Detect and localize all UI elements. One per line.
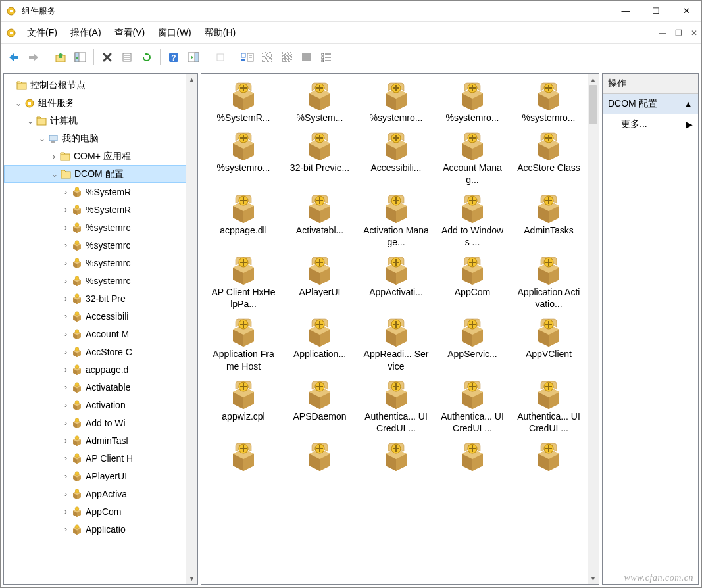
tree-my-computer[interactable]: ⌄ 我的电脑 — [4, 130, 197, 147]
menu-file[interactable]: 文件(F) — [20, 24, 64, 42]
maximize-button[interactable]: ☐ — [641, 1, 671, 21]
expand-icon[interactable]: › — [61, 294, 71, 303]
expand-icon[interactable]: › — [61, 330, 71, 339]
scroll-down-button[interactable]: ▼ — [588, 573, 599, 584]
tree-dcom-config[interactable]: ⌄ DCOM 配置 — [4, 165, 197, 183]
tree-item[interactable]: › %systemrc — [4, 272, 197, 289]
grid-item[interactable]: APSDaemon — [283, 378, 357, 437]
grid-item[interactable]: %systemro... — [359, 79, 433, 126]
expand-icon[interactable]: › — [61, 507, 71, 516]
grid-item[interactable] — [283, 439, 357, 475]
grid-item[interactable]: Authentica... UI CredUI ... — [359, 378, 433, 437]
expand-icon[interactable]: › — [61, 187, 71, 197]
expand-icon[interactable]: › — [49, 152, 59, 161]
grid-item[interactable]: acppage.dll — [207, 191, 280, 251]
tree-item[interactable]: › AppActiva — [4, 485, 197, 502]
expand-icon[interactable]: › — [61, 472, 71, 481]
expand-icon[interactable]: › — [61, 258, 71, 268]
grid-item[interactable] — [512, 439, 586, 475]
grid-item[interactable]: Accessibili... — [359, 129, 433, 188]
expand-icon[interactable]: › — [61, 241, 71, 250]
menu-help[interactable]: 帮助(H) — [198, 24, 242, 42]
grid-item[interactable]: Application Activatio... — [512, 253, 586, 312]
grid-item[interactable]: Add to Windows ... — [436, 191, 509, 251]
grid-item[interactable]: AppActivati... — [359, 253, 433, 312]
scroll-up-button[interactable]: ▲ — [588, 74, 599, 85]
grid-item[interactable]: %systemro... — [207, 129, 280, 188]
grid-item[interactable]: Activation Manage... — [359, 191, 433, 251]
grid-item[interactable]: AppVClient — [512, 315, 586, 374]
tree-item[interactable]: › %systemrc — [4, 218, 197, 236]
grid-item[interactable]: AP Client HxHelpPa... — [207, 253, 280, 312]
scroll-up-button[interactable]: ▲ — [186, 74, 197, 85]
grid-item[interactable]: Authentica... UI CredUI ... — [436, 378, 509, 437]
grid-item[interactable]: 32-bit Previe... — [283, 129, 357, 188]
tree-scrollbar[interactable]: ▲ ▼ — [186, 74, 197, 584]
show-hide-tree-button[interactable] — [71, 48, 89, 66]
tree-item[interactable]: › AppCom — [4, 502, 197, 520]
grid-item[interactable]: Application Frame Host — [207, 315, 280, 374]
console-tree[interactable]: 控制台根节点 ⌄ 组件服务 ⌄ — [4, 76, 197, 538]
actions-section[interactable]: DCOM 配置 ▲ — [603, 94, 698, 114]
help-button[interactable]: ? — [164, 48, 183, 66]
grid-item[interactable]: %SystemR... — [207, 79, 280, 126]
back-button[interactable] — [5, 48, 23, 66]
expand-icon[interactable]: › — [61, 347, 71, 356]
grid-item[interactable]: appwiz.cpl — [207, 378, 280, 437]
expand-icon[interactable]: › — [61, 489, 71, 499]
tree-item[interactable]: › AP Client H — [4, 449, 197, 467]
view-large-icons-button[interactable] — [258, 48, 276, 66]
expand-icon[interactable]: › — [61, 525, 71, 534]
grid-item[interactable]: %systemro... — [436, 79, 509, 126]
menu-view[interactable]: 查看(V) — [108, 24, 152, 42]
properties-button[interactable] — [118, 48, 136, 66]
grid-item[interactable] — [436, 439, 509, 475]
expand-icon[interactable]: › — [61, 205, 71, 214]
grid-item[interactable]: APlayerUI — [283, 253, 357, 312]
tree-item[interactable]: › Activatable — [4, 378, 197, 396]
grid-item[interactable]: Authentica... UI CredUI ... — [512, 378, 586, 437]
expand-icon[interactable]: › — [61, 223, 71, 232]
collapse-icon[interactable]: ⌄ — [13, 99, 24, 108]
grid-item[interactable]: %System... — [283, 79, 357, 126]
refresh-button[interactable] — [138, 48, 156, 66]
tree-item[interactable]: › %SystemR — [4, 201, 197, 218]
collapse-icon[interactable]: ⌄ — [25, 116, 36, 126]
tree-item[interactable]: › %systemrc — [4, 254, 197, 272]
tree-item[interactable]: › Account M — [4, 325, 197, 343]
menu-window[interactable]: 窗口(W) — [151, 24, 198, 42]
new-button[interactable] — [211, 48, 230, 66]
mdi-minimize-button[interactable]: — — [655, 26, 670, 40]
expand-icon[interactable]: › — [61, 418, 71, 428]
collapse-icon[interactable]: ⌄ — [49, 170, 60, 179]
mdi-close-button[interactable]: ✕ — [687, 26, 701, 40]
scroll-down-button[interactable]: ▼ — [186, 573, 197, 584]
tree-com-plus[interactable]: › COM+ 应用程 — [4, 147, 197, 165]
forward-button[interactable] — [24, 48, 43, 66]
grid-item[interactable]: AppServic... — [436, 315, 509, 374]
scrollbar-thumb[interactable] — [589, 85, 597, 124]
tree-item[interactable]: › %systemrc — [4, 236, 197, 254]
main-scrollbar[interactable]: ▲ ▼ — [588, 74, 599, 584]
view-details-button[interactable] — [317, 48, 336, 66]
tree-computers[interactable]: ⌄ 计算机 — [4, 112, 197, 130]
grid-item[interactable] — [207, 439, 280, 475]
view-small-icons-button[interactable] — [278, 48, 296, 66]
tree-root[interactable]: 控制台根节点 — [4, 76, 197, 94]
grid-item[interactable]: Account Manag... — [436, 129, 509, 188]
icon-grid[interactable]: %SystemR... %System... %systemro... %sys… — [201, 74, 599, 584]
tree-item[interactable]: › 32-bit Pre — [4, 289, 197, 307]
tree-item[interactable]: › Applicatio — [4, 520, 197, 538]
menu-action[interactable]: 操作(A) — [64, 24, 108, 42]
grid-item[interactable]: AccStore Class — [512, 129, 586, 188]
mdi-restore-button[interactable]: ❐ — [671, 26, 686, 40]
action-pane-button[interactable] — [184, 48, 203, 66]
minimize-button[interactable]: — — [611, 1, 641, 21]
tree-item[interactable]: › Add to Wi — [4, 414, 197, 431]
action-more[interactable]: 更多... ▶ — [603, 114, 698, 134]
up-level-button[interactable] — [51, 48, 70, 66]
expand-icon[interactable]: › — [61, 454, 71, 463]
tree-item[interactable]: › AdminTasl — [4, 431, 197, 449]
expand-icon[interactable]: › — [61, 365, 71, 374]
expand-icon[interactable]: › — [61, 383, 71, 392]
